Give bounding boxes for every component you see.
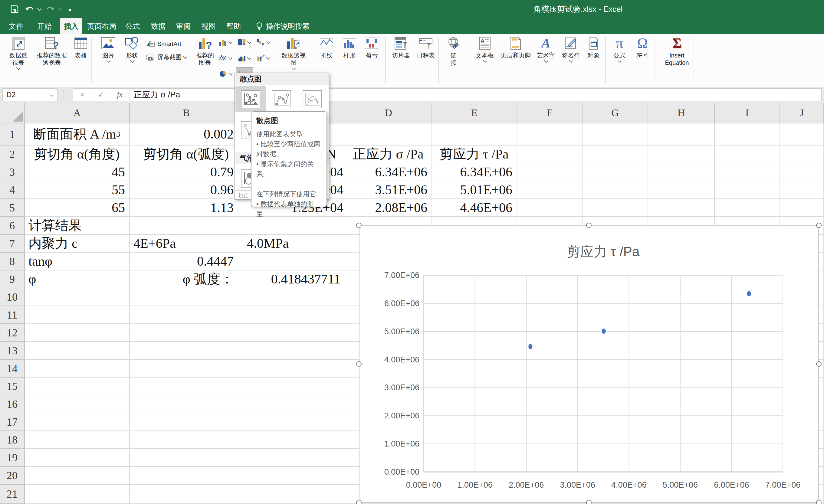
object-button[interactable]: 对象: [584, 36, 603, 59]
cell-D4[interactable]: 3.51E+06: [345, 181, 432, 199]
cell-A17[interactable]: [25, 413, 130, 431]
cell-D3[interactable]: 6.34E+06: [345, 163, 432, 181]
cell-J3[interactable]: [780, 163, 824, 181]
symbol-button[interactable]: Ω 符号: [632, 36, 652, 59]
cell-H3[interactable]: [648, 163, 715, 181]
cell-B18[interactable]: [130, 431, 243, 449]
customize-quick-access-icon[interactable]: ▾: [66, 4, 74, 14]
header-footer-button[interactable]: 页眉和页脚: [499, 36, 533, 59]
undo-icon[interactable]: [24, 4, 35, 14]
row-header-4[interactable]: 4: [0, 181, 25, 199]
cell-A15[interactable]: [25, 378, 130, 395]
insert-waterfall-chart-button[interactable]: [256, 38, 270, 46]
cell-I1[interactable]: [715, 123, 780, 145]
sparkline-line-button[interactable]: 折线: [317, 36, 336, 59]
insert-line-chart-button[interactable]: [218, 54, 232, 62]
cell-C10[interactable]: [243, 288, 345, 306]
cell-G1[interactable]: [583, 123, 648, 145]
cell-C13[interactable]: [243, 342, 345, 360]
cell-B19[interactable]: [130, 449, 243, 467]
cell-B1[interactable]: 0.002: [130, 123, 243, 145]
cell-A7[interactable]: 内聚力 c: [25, 235, 130, 253]
row-header-8[interactable]: 8: [0, 253, 25, 270]
row-header-15[interactable]: 15: [0, 378, 25, 395]
cell-H5[interactable]: [648, 199, 715, 217]
chart-handle[interactable]: [586, 223, 592, 228]
row-header-18[interactable]: 18: [0, 431, 25, 449]
cell-C8[interactable]: [243, 253, 345, 270]
column-header-F[interactable]: F: [517, 103, 583, 123]
chart-handle[interactable]: [586, 500, 592, 504]
link-button[interactable]: 链接: [445, 36, 462, 66]
cell-B8[interactable]: 0.4447: [130, 253, 243, 270]
name-box[interactable]: D2: [2, 88, 58, 101]
cell-B3[interactable]: 0.79: [130, 163, 243, 181]
smartart-button[interactable]: SmartArt: [145, 40, 181, 48]
cell-B5[interactable]: 1.13: [130, 199, 243, 217]
tab-file[interactable]: 文件: [5, 18, 27, 34]
cell-C15[interactable]: [243, 378, 345, 395]
menu-item-scatter-smooth-markers[interactable]: [266, 86, 297, 112]
chart-handle[interactable]: [356, 361, 362, 367]
cell-B14[interactable]: [130, 360, 243, 378]
sparkline-column-button[interactable]: 柱形: [339, 36, 359, 59]
row-header-11[interactable]: 11: [0, 306, 25, 324]
column-header-D[interactable]: D: [345, 103, 432, 123]
cell-H1[interactable]: [648, 123, 715, 145]
tab-insert[interactable]: 插入: [60, 18, 82, 34]
column-header-I[interactable]: I: [715, 103, 780, 123]
cell-B2[interactable]: 剪切角 α(弧度): [130, 145, 243, 163]
cell-E2[interactable]: 剪应力 τ /Pa: [432, 145, 517, 163]
sparkline-winloss-button[interactable]: 盈亏: [362, 36, 382, 59]
column-header-G[interactable]: G: [583, 103, 648, 123]
cell-D1[interactable]: [345, 123, 432, 145]
row-header-17[interactable]: 17: [0, 413, 25, 431]
cell-B15[interactable]: [130, 378, 243, 395]
cell-B12[interactable]: [130, 324, 243, 342]
cell-C17[interactable]: [243, 413, 345, 431]
cell-I5[interactable]: [715, 199, 780, 217]
insert-column-chart-button[interactable]: [218, 38, 232, 46]
column-header-H[interactable]: H: [648, 103, 715, 123]
undo-dropdown-icon[interactable]: [36, 4, 42, 14]
cell-C18[interactable]: [243, 431, 345, 449]
insert-hierarchy-chart-button[interactable]: [237, 38, 251, 46]
insert-function-icon[interactable]: fx: [110, 90, 129, 99]
screenshot-button[interactable]: + 屏幕截图: [145, 53, 187, 61]
insert-combo-chart-button[interactable]: [256, 54, 270, 62]
cell-A14[interactable]: [25, 360, 130, 378]
row-header-13[interactable]: 13: [0, 342, 25, 360]
cell-A12[interactable]: [25, 324, 130, 342]
recommended-pivot-button[interactable]: ? 推荐的数据透视表: [34, 36, 70, 66]
row-header-21[interactable]: 21: [0, 485, 25, 504]
row-header-3[interactable]: 3: [0, 163, 25, 181]
tab-help[interactable]: 帮助: [223, 18, 244, 34]
cell-C6[interactable]: [243, 217, 345, 235]
cell-A16[interactable]: [25, 395, 130, 413]
cell-C16[interactable]: [243, 395, 345, 413]
row-header-20[interactable]: 20: [0, 467, 25, 485]
recommended-charts-button[interactable]: ? 推荐的图表: [193, 36, 217, 66]
cell-B20[interactable]: [130, 467, 243, 485]
cell-B13[interactable]: [130, 342, 243, 360]
chart-handle[interactable]: [816, 361, 822, 367]
cell-A6[interactable]: 计算结果: [25, 217, 130, 235]
cell-F4[interactable]: [517, 181, 583, 199]
formula-content[interactable]: 正应力 σ /Pa: [134, 89, 180, 100]
cell-E5[interactable]: 4.46E+06: [432, 199, 517, 217]
cell-E4[interactable]: 5.01E+06: [432, 181, 517, 199]
row-header-12[interactable]: 12: [0, 324, 25, 342]
cell-A13[interactable]: [25, 342, 130, 360]
tab-review[interactable]: 审阅: [173, 18, 194, 34]
tab-formulas[interactable]: 公式: [122, 18, 143, 34]
menu-item-scatter[interactable]: [235, 86, 266, 112]
table-button[interactable]: 表格: [72, 36, 90, 59]
cell-C9[interactable]: 0.418437711: [243, 270, 345, 288]
cell-A1[interactable]: 断面面积 A /m3: [25, 123, 130, 145]
cell-B17[interactable]: [130, 413, 243, 431]
row-header-19[interactable]: 19: [0, 449, 25, 467]
more-scatter-charts-icon[interactable]: [238, 192, 250, 198]
pivot-table-button[interactable]: 数据透视表: [3, 36, 33, 70]
picture-button[interactable]: 图片: [97, 36, 119, 62]
cell-F1[interactable]: [517, 123, 583, 145]
